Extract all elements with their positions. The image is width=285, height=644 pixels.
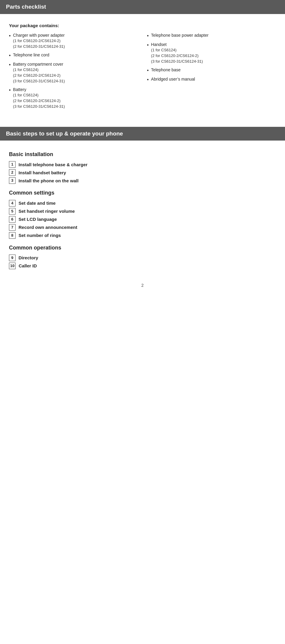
bullet-label: Battery(1 for CS6124)(2 for CS6120-2/CS6… <box>13 87 65 110</box>
step-item: 6Set LCD language <box>9 216 276 223</box>
step-label-text: Record own announcement <box>19 224 77 230</box>
parts-section-header: Parts checklist <box>0 0 285 14</box>
page: Parts checklist Your package contains: •… <box>0 0 285 291</box>
list-item: •Abridged user’s manual <box>147 76 276 83</box>
parts-column-right: •Telephone base power adapter•Handset(1 … <box>144 32 276 112</box>
bullet-sub-text: (2 for CS6120-2/CS6124-2) <box>151 53 203 59</box>
bullet-sub-text: (3 for CS6120-31/CS6124-31) <box>13 78 65 84</box>
step-label-text: Install the phone on the wall <box>19 178 79 184</box>
parts-section: Parts checklist Your package contains: •… <box>0 0 285 118</box>
step-item: 4Set date and time <box>9 200 276 207</box>
bullet-sub-text: (2 for CS6120-2/CS6124-2) <box>13 98 65 104</box>
bullet-sub-text: (1 for CS6124) <box>151 47 203 53</box>
bullet-icon: • <box>9 33 11 39</box>
bullet-sub-text: (1 for CS6120-2/CS6124-2) <box>13 38 65 44</box>
basic-installation-steps: 1Install telephone base & charger2Instal… <box>9 161 276 184</box>
step-item: 2Install handset battery <box>9 169 276 176</box>
bullet-icon: • <box>9 52 11 59</box>
steps-section: Basic steps to set up & operate your pho… <box>0 127 285 277</box>
parts-columns: •Charger with power adapter(1 for CS6120… <box>9 32 276 112</box>
steps-header-text: Basic steps to set up & operate your pho… <box>6 130 123 137</box>
step-number-badge: 1 <box>9 161 16 168</box>
bullet-icon: • <box>9 87 11 93</box>
step-number-badge: 6 <box>9 216 16 223</box>
bullet-label: Telephone line cord <box>13 52 49 58</box>
step-number-badge: 5 <box>9 208 16 215</box>
steps-section-header: Basic steps to set up & operate your pho… <box>0 127 285 141</box>
list-item: •Telephone base <box>147 67 276 74</box>
steps-content: Basic installation 1Install telephone ba… <box>0 146 285 277</box>
list-item: •Telephone base power adapter <box>147 32 276 39</box>
step-number-badge: 3 <box>9 177 16 184</box>
bullet-icon: • <box>147 76 149 83</box>
bullet-sub-text: (1 for CS6124) <box>13 93 65 98</box>
step-label-text: Set handset ringer volume <box>19 208 75 214</box>
step-number-badge: 8 <box>9 232 16 239</box>
step-number-badge: 2 <box>9 169 16 176</box>
bullet-sub-text: (3 for CS6120-31/CS6124-31) <box>151 59 203 64</box>
step-item: 1Install telephone base & charger <box>9 161 276 168</box>
bullet-icon: • <box>147 33 149 39</box>
bullet-icon: • <box>147 42 149 48</box>
page-number: 2 <box>0 277 285 292</box>
step-label-text: Set LCD language <box>19 216 57 222</box>
step-item: 7Record own announcement <box>9 224 276 231</box>
common-operations-title: Common operations <box>9 244 276 252</box>
list-item: •Battery(1 for CS6124)(2 for CS6120-2/CS… <box>9 87 138 110</box>
step-label-text: Caller ID <box>19 263 37 269</box>
step-label-text: Directory <box>19 255 38 261</box>
step-label-text: Install handset battery <box>19 170 66 176</box>
bullet-icon: • <box>147 67 149 74</box>
your-package-label: Your package contains: <box>9 22 276 29</box>
list-item: •Charger with power adapter(1 for CS6120… <box>9 32 138 50</box>
parts-header-text: Parts checklist <box>6 4 46 10</box>
common-operations-steps: 9Directory10Caller ID <box>9 255 276 269</box>
step-number-badge: 10 <box>9 263 16 269</box>
step-item: 5Set handset ringer volume <box>9 208 276 215</box>
common-settings-title: Common settings <box>9 189 276 197</box>
bullet-label: Abridged user’s manual <box>151 76 195 82</box>
step-item: 10Caller ID <box>9 263 276 269</box>
step-number-badge: 9 <box>9 255 16 261</box>
bullet-label: Telephone base <box>151 67 181 73</box>
list-item: •Telephone line cord <box>9 52 138 59</box>
bullet-label: Battery compartment cover(1 for CS6124)(… <box>13 61 65 84</box>
step-item: 3Install the phone on the wall <box>9 177 276 184</box>
bullet-sub-text: (2 for CS6120-31/CS6124-31) <box>13 44 65 50</box>
bullet-sub-text: (2 for CS6120-2/CS6124-2) <box>13 73 65 78</box>
list-item: •Battery compartment cover(1 for CS6124)… <box>9 61 138 84</box>
step-item: 9Directory <box>9 255 276 261</box>
step-label-text: Set date and time <box>19 200 56 206</box>
bullet-label: Telephone base power adapter <box>151 32 209 38</box>
list-item: •Handset(1 for CS6124)(2 for CS6120-2/CS… <box>147 41 276 64</box>
bullet-icon: • <box>9 61 11 68</box>
step-item: 8Set number of rings <box>9 232 276 239</box>
basic-installation-title: Basic installation <box>9 151 276 158</box>
bullet-label: Handset(1 for CS6124)(2 for CS6120-2/CS6… <box>151 41 203 64</box>
parts-column-left: •Charger with power adapter(1 for CS6120… <box>9 32 144 112</box>
common-settings-steps: 4Set date and time5Set handset ringer vo… <box>9 200 276 239</box>
bullet-sub-text: (3 for CS6120-31/CS6124-31) <box>13 104 65 110</box>
step-label-text: Set number of rings <box>19 232 61 238</box>
parts-content: Your package contains: •Charger with pow… <box>0 19 285 118</box>
step-label-text: Install telephone base & charger <box>19 161 88 168</box>
bullet-label: Charger with power adapter(1 for CS6120-… <box>13 32 65 50</box>
bullet-sub-text: (1 for CS6124) <box>13 67 65 73</box>
step-number-badge: 7 <box>9 224 16 231</box>
step-number-badge: 4 <box>9 200 16 207</box>
